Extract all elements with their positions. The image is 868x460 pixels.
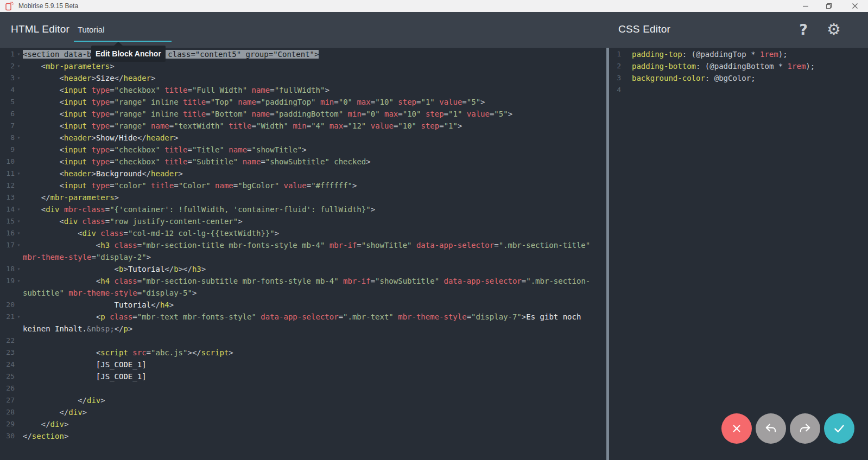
line-number: 18 <box>0 263 15 275</box>
line-number: 22 <box>0 335 15 347</box>
mobirise-app-icon <box>4 1 14 11</box>
close-icon <box>730 421 744 436</box>
window-title: Mobirise 5.9.15 Beta <box>18 2 78 10</box>
code-row[interactable]: 4 <input type="checkbox" title="Full Wid… <box>0 84 606 96</box>
code-row[interactable]: 5 <input type="range" inline title="Top"… <box>0 96 606 108</box>
code-row[interactable]: mbr-theme-style="display-2"> <box>0 251 606 263</box>
line-number: 7 <box>0 120 15 132</box>
code-line: <input type="checkbox" title="Full Width… <box>23 86 330 94</box>
html-code-editor[interactable]: 1▾<section data-b" class="content5" grou… <box>0 48 606 460</box>
code-line: </div> <box>23 408 87 417</box>
code-line: [JS_CODE_1] <box>23 360 147 369</box>
line-number: 11 <box>0 168 15 180</box>
tab-tutorial[interactable]: Tutorial <box>78 25 104 34</box>
code-row[interactable]: 15▾ <div class="row justify-content-cent… <box>0 215 606 227</box>
code-row[interactable]: 8▾ <header>Show/Hide</header> <box>0 132 606 144</box>
code-line: </section> <box>23 432 68 440</box>
code-row[interactable]: 11▾ <header>Background</header> <box>0 168 606 180</box>
cancel-button[interactable] <box>721 413 752 444</box>
code-row[interactable]: 22 <box>0 335 606 347</box>
css-code-editor[interactable]: 1padding-top: (@paddingTop * 1rem);2padd… <box>609 48 868 460</box>
code-row[interactable]: 3background-color: @bgColor; <box>609 72 868 84</box>
minimize-icon[interactable] <box>795 0 816 12</box>
code-row[interactable]: 23 <script src="abc.js"></script> <box>0 347 606 359</box>
code-line: <b>Tutorial</b></h3> <box>23 265 206 273</box>
code-row[interactable]: 3▾ <header>Size</header> <box>0 72 606 84</box>
line-number: 28 <box>0 406 15 418</box>
line-number: 2 <box>0 60 15 72</box>
code-line: keinen Inhalt.&nbsp;</p> <box>23 324 132 333</box>
line-number: 19 <box>0 275 15 287</box>
code-row[interactable]: 29 </div> <box>0 418 606 430</box>
help-icon[interactable]: ? <box>794 18 813 40</box>
fold-caret-icon[interactable]: ▾ <box>15 168 23 180</box>
fold-caret-icon[interactable]: ▾ <box>15 239 23 251</box>
code-row[interactable]: 16▾ <div class="col-md-12 col-lg-{{textW… <box>0 227 606 239</box>
line-number: 8 <box>0 132 15 144</box>
code-line: <input type="range" name="textWidth" tit… <box>23 122 462 130</box>
code-row[interactable]: 14▾ <div mbr-class="{'container': !fullW… <box>0 203 606 215</box>
apply-button[interactable] <box>824 413 854 444</box>
code-row[interactable]: 10 <input type="checkbox" title="Subtitl… <box>0 156 606 168</box>
code-row[interactable]: 28 </div> <box>0 406 606 418</box>
active-tab-underline <box>74 41 172 42</box>
fold-caret-icon[interactable]: ▾ <box>15 60 23 72</box>
line-number: 12 <box>0 180 15 191</box>
code-line: <p class="mbr-text mbr-fonts-style" data… <box>23 312 581 321</box>
code-row[interactable]: 26 <box>0 382 606 394</box>
code-row[interactable]: 2▾ <mbr-parameters> <box>0 60 606 72</box>
code-row[interactable]: keinen Inhalt.&nbsp;</p> <box>0 323 606 335</box>
code-line: <div class="col-md-12 col-lg-{{textWidth… <box>23 229 279 238</box>
code-row[interactable]: 24 [JS_CODE_1] <box>0 359 606 370</box>
fold-caret-icon[interactable]: ▾ <box>15 203 23 215</box>
fold-caret-icon[interactable]: ▾ <box>15 132 23 144</box>
fold-caret-icon[interactable]: ▾ <box>15 48 23 60</box>
code-row[interactable]: 13 </mbr-parameters> <box>0 191 606 203</box>
code-line: <div mbr-class="{'container': !fullWidth… <box>23 205 375 214</box>
line-number: 25 <box>0 370 15 382</box>
fold-caret-icon[interactable]: ▾ <box>15 215 23 227</box>
code-row[interactable]: 12 <input type="color" title="Color" nam… <box>0 180 606 191</box>
line-number: 9 <box>0 144 15 156</box>
code-row[interactable]: subtitle" mbr-theme-style="display-5"> <box>0 287 606 299</box>
code-row[interactable]: 17▾ <h3 class="mbr-section-title mbr-fon… <box>0 239 606 251</box>
edit-block-anchor-tooltip: Edit Block Anchor <box>91 46 166 62</box>
code-row[interactable]: 6 <input type="range" inline title="Bott… <box>0 108 606 120</box>
code-line: <mbr-parameters> <box>23 62 115 71</box>
code-row[interactable]: 21▾ <p class="mbr-text mbr-fonts-style" … <box>0 311 606 323</box>
fold-caret-icon[interactable]: ▾ <box>15 263 23 275</box>
code-row[interactable]: 1padding-top: (@paddingTop * 1rem); <box>609 48 868 60</box>
css-editor-title: CSS Editor <box>618 23 670 35</box>
code-line: <input type="checkbox" title="Subtitle" … <box>23 157 371 166</box>
line-number: 21 <box>0 311 15 323</box>
close-icon[interactable] <box>844 0 866 12</box>
code-row[interactable]: 4 <box>609 84 868 96</box>
code-row[interactable]: 30</section> <box>0 430 606 442</box>
check-icon <box>832 421 846 436</box>
code-line: <h4 class="mbr-section-subtitle mbr-font… <box>23 277 590 285</box>
undo-button[interactable] <box>756 413 786 444</box>
code-row[interactable]: 25 [JS_CODE_1] <box>0 370 606 382</box>
code-row[interactable]: 2padding-bottom: (@paddingBottom * 1rem)… <box>609 60 868 72</box>
code-line: <h3 class="mbr-section-title mbr-fonts-s… <box>23 241 590 250</box>
code-row[interactable]: 20 Tutorial</h4> <box>0 299 606 311</box>
code-row[interactable]: 9 <input type="checkbox" title="Title" n… <box>0 144 606 156</box>
fold-caret-icon[interactable]: ▾ <box>15 311 23 323</box>
line-number: 16 <box>0 227 15 239</box>
code-row[interactable]: 7 <input type="range" name="textWidth" t… <box>0 120 606 132</box>
fold-caret-icon[interactable]: ▾ <box>15 275 23 287</box>
line-number: 4 <box>0 84 15 96</box>
line-number: 26 <box>0 382 15 394</box>
restore-icon[interactable] <box>818 0 840 12</box>
code-row[interactable]: 19▾ <h4 class="mbr-section-subtitle mbr-… <box>0 275 606 287</box>
line-number: 2 <box>609 60 621 72</box>
redo-button[interactable] <box>790 413 820 444</box>
fold-caret-icon[interactable]: ▾ <box>15 227 23 239</box>
code-row[interactable]: 18▾ <b>Tutorial</b></h3> <box>0 263 606 275</box>
line-number: 4 <box>609 84 621 96</box>
code-row[interactable]: 27 </div> <box>0 394 606 406</box>
code-line: background-color: @bgColor; <box>632 74 756 82</box>
code-line: <section data-b" class="content5" group=… <box>23 50 319 59</box>
gear-icon[interactable]: ⚙ <box>824 18 844 40</box>
fold-caret-icon[interactable]: ▾ <box>15 72 23 84</box>
